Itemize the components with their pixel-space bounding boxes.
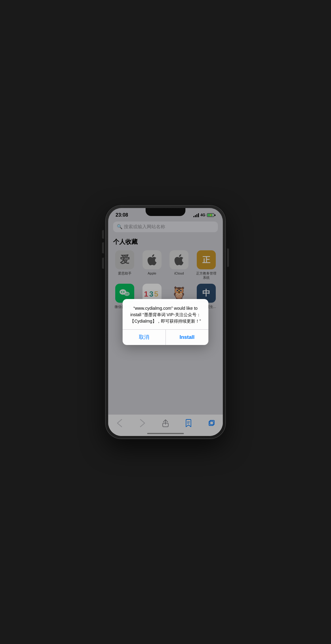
- mute-button[interactable]: [102, 230, 104, 239]
- cancel-button[interactable]: 取消: [123, 329, 166, 345]
- dialog-message: “www.cydialmg.com” would like to install…: [129, 305, 202, 324]
- phone-frame: 23:08 4G ⚡: [106, 206, 225, 438]
- volume-down-button[interactable]: [102, 258, 104, 269]
- dialog-buttons: 取消 Install: [123, 329, 208, 345]
- install-button[interactable]: Install: [166, 329, 209, 345]
- dialog-overlay: “www.cydialmg.com” would like to install…: [108, 208, 223, 436]
- install-dialog: “www.cydialmg.com” would like to install…: [123, 299, 208, 345]
- dialog-body: “www.cydialmg.com” would like to install…: [123, 299, 208, 329]
- power-button[interactable]: [227, 248, 229, 267]
- phone-screen: 23:08 4G ⚡: [108, 208, 223, 436]
- volume-up-button[interactable]: [102, 242, 104, 253]
